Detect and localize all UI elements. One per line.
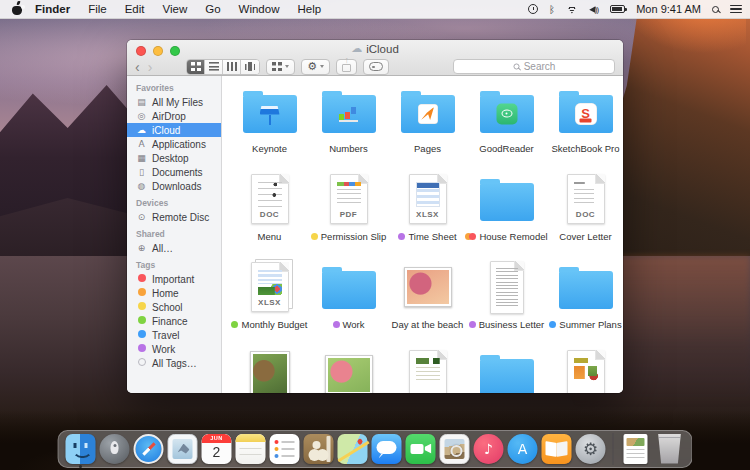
volume-icon[interactable]: ◀))	[589, 4, 599, 14]
file-menu[interactable]: DOCMenu	[230, 170, 309, 258]
sidebar-item-all[interactable]: ⊕All…	[127, 241, 221, 255]
wifi-icon[interactable]	[566, 5, 578, 14]
dock-finder-icon[interactable]	[66, 434, 96, 464]
file-label: SketchBook Pro	[551, 143, 619, 154]
view-icons-button[interactable]	[187, 60, 205, 74]
dock-launchpad-icon[interactable]	[100, 434, 130, 464]
file-time-sheet[interactable]: XLSXTime Sheet	[388, 170, 467, 258]
file-item-18[interactable]	[388, 346, 467, 393]
sidebar-item-airdrop[interactable]: ◎AirDrop	[127, 109, 221, 123]
dock-trash-icon[interactable]	[655, 434, 685, 464]
dock-calendar-icon[interactable]: JUN2	[202, 434, 232, 464]
sidebar-item-applications[interactable]: AApplications	[127, 137, 221, 151]
apple-menu-icon[interactable]	[12, 3, 23, 15]
file-house-remodel[interactable]: House Remodel	[467, 170, 546, 258]
file-icon: DOC	[251, 170, 289, 228]
file-item-20[interactable]	[546, 346, 623, 393]
dock-itunes-icon[interactable]: ♪	[474, 434, 504, 464]
action-button[interactable]: ⚙	[301, 59, 330, 75]
dock-safari-icon[interactable]	[134, 434, 164, 464]
tag-color-swatch	[138, 288, 146, 296]
forward-button[interactable]: ›	[148, 60, 153, 74]
dock-contacts-icon[interactable]	[304, 434, 334, 464]
dock-document-icon[interactable]	[621, 434, 651, 464]
sidebar-item-work[interactable]: Work	[127, 342, 221, 356]
file-cover-letter[interactable]: DOCCover Letter	[546, 170, 623, 258]
spotlight-icon[interactable]	[712, 6, 719, 13]
search-input[interactable]: Search	[453, 59, 615, 74]
sidebar-item-icloud[interactable]: ☁iCloud	[127, 123, 221, 137]
file-numbers[interactable]: Numbers	[309, 82, 388, 170]
close-button[interactable]	[136, 46, 146, 56]
file-label: Numbers	[329, 143, 368, 154]
file-keynote[interactable]: Keynote	[230, 82, 309, 170]
document-preview	[496, 268, 518, 307]
file-work[interactable]: Work	[309, 258, 388, 346]
menu-go[interactable]: Go	[196, 0, 229, 19]
share-button[interactable]	[336, 59, 357, 75]
dock-app-store-icon[interactable]: A	[508, 434, 538, 464]
dock-ibooks-icon[interactable]	[542, 434, 572, 464]
file-label-row: Permission Slip	[311, 231, 386, 242]
notification-center-icon[interactable]	[730, 5, 742, 14]
file-icon: PDF	[330, 170, 368, 228]
sidebar-item-documents[interactable]: ▯Documents	[127, 165, 221, 179]
time-machine-icon[interactable]	[528, 4, 538, 14]
dock-reminders-icon[interactable]	[270, 434, 300, 464]
sidebar-item-travel[interactable]: Travel	[127, 328, 221, 342]
file-business-letter[interactable]: Business Letter	[467, 258, 546, 346]
sidebar-item-all-my-files[interactable]: ▤All My Files	[127, 95, 221, 109]
menu-edit[interactable]: Edit	[116, 0, 154, 19]
file-icon	[322, 82, 376, 140]
menu-window[interactable]: Window	[230, 0, 289, 19]
sidebar-item-label: Downloads	[152, 181, 201, 192]
file-permission-slip[interactable]: PDFPermission Slip	[309, 170, 388, 258]
file-tag-dot	[311, 233, 318, 240]
view-list-button[interactable]	[205, 60, 223, 74]
sidebar-item-home[interactable]: Home	[127, 286, 221, 300]
zoom-button[interactable]	[170, 46, 180, 56]
file-tag-dot	[333, 321, 340, 328]
bluetooth-icon[interactable]: ᛒ	[549, 4, 555, 15]
file-item-19[interactable]	[467, 346, 546, 393]
dock-facetime-icon[interactable]	[406, 434, 436, 464]
dock-system-preferences-icon[interactable]: ⚙	[576, 434, 606, 464]
menu-help[interactable]: Help	[288, 0, 330, 19]
sidebar-item-remote-disc[interactable]: ⊙Remote Disc	[127, 210, 221, 224]
dock-preview-icon[interactable]	[440, 434, 470, 464]
file-summer-plans[interactable]: Summer Plans	[546, 258, 623, 346]
menu-view[interactable]: View	[154, 0, 197, 19]
file-pages[interactable]: Pages	[388, 82, 467, 170]
menu-finder[interactable]: Finder	[33, 0, 79, 19]
battery-icon[interactable]	[610, 5, 625, 13]
arrange-button[interactable]	[266, 59, 295, 75]
dock-messages-icon[interactable]	[372, 434, 402, 464]
sidebar-item-desktop[interactable]: ▦Desktop	[127, 151, 221, 165]
file-label: Monthly Budget	[241, 319, 307, 330]
sidebar-item-important[interactable]: Important	[127, 272, 221, 286]
file-item-16[interactable]	[230, 346, 309, 393]
sidebar-item-finance[interactable]: Finance	[127, 314, 221, 328]
sidebar-item-all-tags[interactable]: All Tags…	[127, 356, 221, 370]
nav-buttons: ‹ ›	[135, 60, 152, 74]
tag-dot-icon	[136, 330, 147, 340]
dock-notes-icon[interactable]	[236, 434, 266, 464]
file-monthly-budget[interactable]: XLSXMonthly Budget	[230, 258, 309, 346]
file-item-17[interactable]	[309, 346, 388, 393]
menu-file[interactable]: File	[79, 0, 116, 19]
back-button[interactable]: ‹	[135, 60, 140, 74]
file-sketchbook-pro[interactable]: SSketchBook Pro	[546, 82, 623, 170]
menu-bar-clock[interactable]: Mon 9:41 AM	[636, 3, 701, 15]
minimize-button[interactable]	[153, 46, 163, 56]
view-columns-button[interactable]	[223, 60, 241, 74]
file-day-at-the-beach[interactable]: Day at the beach	[388, 258, 467, 346]
dock-mail-icon[interactable]	[168, 434, 198, 464]
sidebar-item-downloads[interactable]: ◍Downloads	[127, 179, 221, 193]
view-coverflow-button[interactable]	[241, 60, 259, 74]
music-note-icon: ♪	[474, 434, 504, 464]
file-label-row: Business Letter	[469, 319, 544, 330]
dock-maps-icon[interactable]	[338, 434, 368, 464]
sidebar-item-school[interactable]: School	[127, 300, 221, 314]
tags-button[interactable]	[363, 59, 389, 75]
file-goodreader[interactable]: GoodReader	[467, 82, 546, 170]
